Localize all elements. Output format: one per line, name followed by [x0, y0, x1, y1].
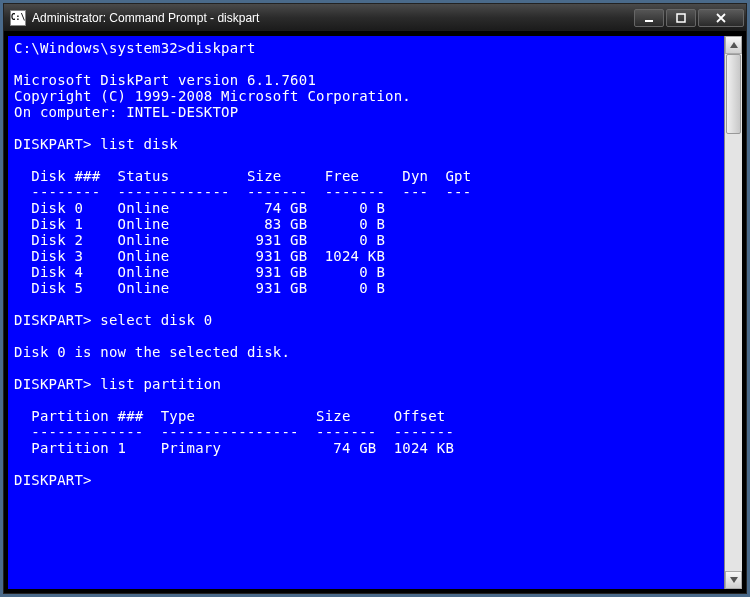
disk-row: Disk 5 Online 931 GB 0 B [14, 280, 385, 296]
titlebar[interactable]: C:\ Administrator: Command Prompt - disk… [4, 4, 746, 32]
cmd-list-disk: list disk [100, 136, 178, 152]
header-line: Copyright (C) 1999-2008 Microsoft Corpor… [14, 88, 411, 104]
disk-row: Disk 0 Online 74 GB 0 B [14, 200, 385, 216]
diskpart-prompt: DISKPART> [14, 312, 92, 328]
minimize-button[interactable] [634, 9, 664, 27]
svg-rect-0 [645, 20, 653, 22]
diskpart-prompt: DISKPART> [14, 472, 92, 488]
initial-prompt: C:\Windows\system32> [14, 40, 187, 56]
header-line: Microsoft DiskPart version 6.1.7601 [14, 72, 316, 88]
vertical-scrollbar[interactable] [724, 36, 742, 589]
partition-table-header: Partition ### Type Size Offset [14, 408, 445, 424]
window-buttons [634, 9, 744, 27]
terminal-output[interactable]: C:\Windows\system32>diskpart Microsoft D… [8, 36, 724, 589]
scroll-down-button[interactable] [725, 571, 742, 589]
client-area: C:\Windows\system32>diskpart Microsoft D… [4, 32, 746, 593]
disk-row: Disk 4 Online 931 GB 0 B [14, 264, 385, 280]
cmd-diskpart: diskpart [187, 40, 256, 56]
scroll-up-button[interactable] [725, 36, 742, 54]
cmd-list-partition: list partition [100, 376, 221, 392]
disk-row: Disk 3 Online 931 GB 1024 KB [14, 248, 385, 264]
msg-disk-selected: Disk 0 is now the selected disk. [14, 344, 290, 360]
scroll-thumb[interactable] [726, 54, 741, 134]
command-prompt-window: C:\ Administrator: Command Prompt - disk… [3, 3, 747, 594]
partition-table-divider: ------------- ---------------- ------- -… [14, 424, 454, 440]
svg-rect-1 [677, 14, 685, 22]
maximize-button[interactable] [666, 9, 696, 27]
diskpart-prompt: DISKPART> [14, 136, 92, 152]
diskpart-prompt: DISKPART> [14, 376, 92, 392]
disk-table-header: Disk ### Status Size Free Dyn Gpt [14, 168, 471, 184]
scroll-track[interactable] [725, 54, 742, 571]
header-line: On computer: INTEL-DESKTOP [14, 104, 238, 120]
window-title: Administrator: Command Prompt - diskpart [32, 11, 634, 25]
disk-row: Disk 1 Online 83 GB 0 B [14, 216, 385, 232]
close-button[interactable] [698, 9, 744, 27]
disk-row: Disk 2 Online 931 GB 0 B [14, 232, 385, 248]
cmd-app-icon: C:\ [10, 10, 26, 26]
cmd-select-disk: select disk 0 [100, 312, 212, 328]
disk-table-divider: -------- ------------- ------- ------- -… [14, 184, 471, 200]
partition-row: Partition 1 Primary 74 GB 1024 KB [14, 440, 454, 456]
